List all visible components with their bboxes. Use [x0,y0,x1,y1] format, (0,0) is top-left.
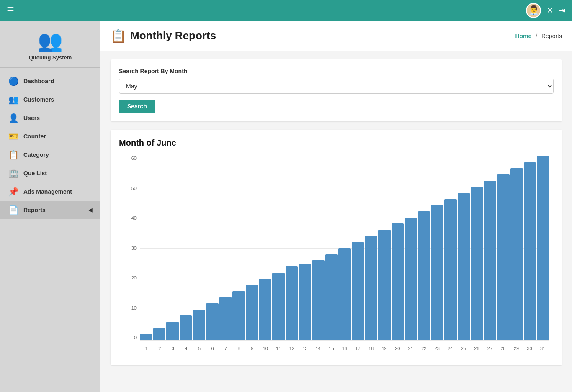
bar-wrapper[interactable] [352,156,364,340]
bar [338,248,351,340]
bar [140,334,152,340]
sidebar-item-ads-management[interactable]: 📌 Ads Management [0,182,100,201]
bar [272,273,285,340]
sidebar-item-reports-label: Reports [23,207,46,213]
bar [180,315,192,340]
sidebar-item-category[interactable]: 📋 Category [0,146,100,164]
logo-icon: 👥 [38,29,63,53]
x-label: 15 [325,346,338,351]
x-label: 26 [470,346,484,351]
breadcrumb-separator: / [536,33,537,39]
logo-text: Queuing System [29,54,72,61]
breadcrumb-home[interactable]: Home [515,33,531,39]
bar [365,236,377,340]
bar [352,242,364,340]
sidebar-item-users[interactable]: 👤 Users [0,109,100,127]
x-label: 30 [523,346,536,351]
chart-card: Month of June 6050403020100 123456789101… [111,130,562,365]
x-label: 21 [404,346,417,351]
bar-wrapper[interactable] [431,156,443,340]
bar-wrapper[interactable] [312,156,325,340]
bar-wrapper[interactable] [286,156,298,340]
x-label: 4 [180,346,193,351]
bar-wrapper[interactable] [180,156,192,340]
bar-wrapper[interactable] [510,156,523,340]
bar-wrapper[interactable] [299,156,311,340]
bar-wrapper[interactable] [405,156,417,340]
x-label: 25 [457,346,470,351]
bar-wrapper[interactable] [259,156,271,340]
y-label: 20 [119,276,140,280]
sidebar-item-ads-management-label: Ads Management [23,188,72,195]
navbar-right: 👨‍💼 ✕ ⇥ [526,3,565,18]
user-avatar-icon: 👨‍💼 [528,5,539,16]
bar-wrapper[interactable] [365,156,377,340]
search-label: Search Report By Month [119,68,554,74]
sidebar-logo: 👥 Queuing System [0,21,100,68]
chart-area [140,156,549,340]
search-card: Search Report By Month JanuaryFebruaryMa… [111,59,562,121]
customers-icon: 👥 [8,95,18,105]
sidebar-item-dashboard[interactable]: 🔵 Dashboard [0,72,100,90]
sidebar-item-reports[interactable]: 📄 Reports ◀ [0,201,100,219]
x-label: 13 [299,346,312,351]
hamburger-menu[interactable]: ☰ [7,5,14,15]
ads-management-icon: 📌 [8,187,18,197]
x-label: 7 [219,346,232,351]
bar-wrapper[interactable] [232,156,245,340]
main-container: 👥 Queuing System 🔵 Dashboard 👥 Customers… [0,21,572,392]
users-icon: 👤 [8,113,18,123]
bar-wrapper[interactable] [444,156,457,340]
bar-wrapper[interactable] [471,156,483,340]
sidebar-item-customers[interactable]: 👥 Customers [0,90,100,109]
main-content: 📋 Monthly Reports Home / Reports Search … [100,21,572,392]
y-axis: 6050403020100 [119,156,140,340]
avatar[interactable]: 👨‍💼 [526,3,541,18]
x-label: 12 [285,346,299,351]
y-label: 0 [119,336,140,340]
bar-wrapper[interactable] [418,156,430,340]
bar-wrapper[interactable] [458,156,470,340]
bar [166,322,179,340]
sidebar-item-que-list[interactable]: 🏢 Que List [0,164,100,182]
x-label: 11 [272,346,285,351]
bar [219,297,232,340]
sidebar-item-counter[interactable]: 🎫 Counter [0,127,100,146]
bar-wrapper[interactable] [166,156,179,340]
search-button[interactable]: Search [119,100,155,113]
x-label: 9 [245,346,259,351]
sidebar-item-users-label: Users [23,115,40,121]
bar-wrapper[interactable] [537,156,549,340]
page-title: Monthly Reports [130,29,216,42]
x-label: 29 [510,346,523,351]
x-label: 2 [153,346,167,351]
bar [246,285,258,340]
expand-icon[interactable]: ✕ [547,6,553,15]
bar-wrapper[interactable] [325,156,338,340]
month-select[interactable]: JanuaryFebruaryMarchAprilMayJuneJulyAugu… [119,79,554,94]
bar-wrapper[interactable] [392,156,404,340]
bar-wrapper[interactable] [272,156,285,340]
logout-icon[interactable]: ⇥ [559,6,565,15]
x-label: 23 [430,346,444,351]
bar-wrapper[interactable] [484,156,497,340]
bar [458,193,470,340]
breadcrumb: Home / Reports [515,33,562,39]
bar-wrapper[interactable] [378,156,391,340]
bar-wrapper[interactable] [246,156,258,340]
x-label: 10 [259,346,272,351]
bar-wrapper[interactable] [140,156,152,340]
bar-wrapper[interactable] [338,156,351,340]
bar [206,303,219,340]
breadcrumb-current: Reports [541,33,562,39]
bar-wrapper[interactable] [193,156,205,340]
bar-wrapper[interactable] [153,156,166,340]
x-label: 24 [444,346,457,351]
page-header: 📋 Monthly Reports Home / Reports [100,21,572,51]
x-label: 14 [312,346,325,351]
bar-wrapper[interactable] [219,156,232,340]
chart-container: 6050403020100 12345678910111213141516171… [119,156,554,357]
bar-wrapper[interactable] [497,156,510,340]
bar-wrapper[interactable] [524,156,536,340]
bar-wrapper[interactable] [206,156,219,340]
